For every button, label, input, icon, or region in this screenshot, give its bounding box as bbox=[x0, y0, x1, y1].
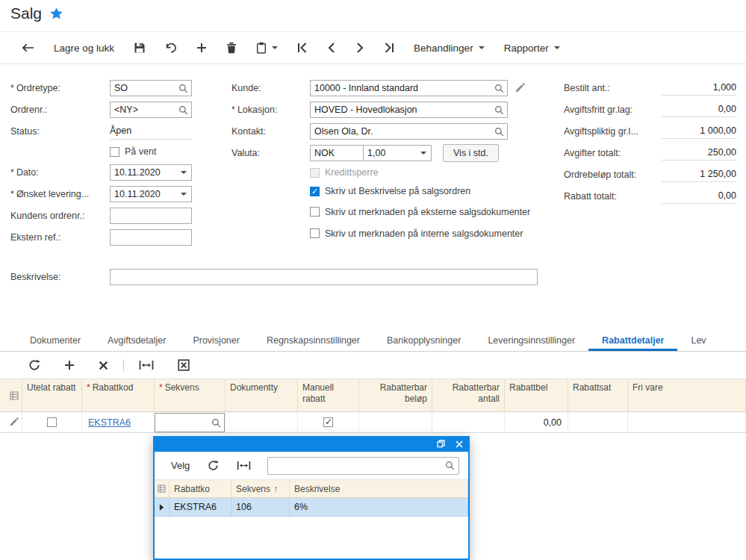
grid-delete-row-button[interactable] bbox=[87, 354, 120, 376]
total-row-avgiftsfritt: Avgiftsfritt gr.lag:0,00 bbox=[564, 99, 736, 120]
pa-vent-checkbox[interactable] bbox=[110, 147, 119, 157]
search-magnifier-icon[interactable] bbox=[445, 461, 455, 470]
go-last-button[interactable] bbox=[374, 36, 404, 60]
grid-header: Utelat rabatt *Rabattkod *Sekvens Dokume… bbox=[0, 379, 746, 412]
dialog-row-selector-header[interactable] bbox=[155, 480, 170, 497]
tab-provisjoner[interactable]: Provisjoner bbox=[179, 332, 253, 351]
dato-date-picker[interactable]: 10.11.2020 bbox=[110, 164, 192, 181]
valuta-code-field[interactable]: NOK bbox=[310, 145, 364, 161]
dialog-column-beskrivelse[interactable]: Beskrivelse bbox=[290, 480, 468, 497]
total-label: Avgiftsfritt gr.lag: bbox=[564, 105, 662, 115]
lookup-magnifier-icon[interactable] bbox=[178, 84, 188, 93]
beskrivelse-input[interactable] bbox=[110, 269, 538, 285]
save-and-close-button[interactable]: Lagre og lukk bbox=[44, 36, 124, 60]
column-header-rabatterbart-belop[interactable]: Rabatterbar beløp bbox=[359, 379, 432, 411]
restore-window-icon[interactable] bbox=[437, 440, 445, 448]
clipboard-menu-button[interactable] bbox=[246, 36, 287, 60]
velg-button[interactable]: Velg bbox=[164, 455, 197, 476]
lookup-magnifier-icon[interactable] bbox=[494, 127, 504, 137]
kundens-ordrenr-input[interactable] bbox=[110, 208, 192, 224]
kontakt-input[interactable]: Olsen Ola, Dr. bbox=[310, 123, 508, 140]
tab-regnskapsinnstillinger[interactable]: Regnskapsinnstillinger bbox=[253, 332, 373, 351]
go-next-button[interactable] bbox=[346, 36, 374, 60]
dialog-titlebar[interactable] bbox=[153, 436, 470, 452]
kunde-input[interactable]: 10000 - Innland standard bbox=[310, 80, 508, 96]
ordrenr-input[interactable]: <NY> bbox=[110, 102, 192, 118]
cell-rabattkod[interactable]: EKSTRA6 bbox=[82, 412, 155, 432]
behandlinger-menu-button[interactable]: Behandlinger bbox=[404, 36, 494, 60]
tab-lev-clipped[interactable]: Lev bbox=[677, 332, 719, 351]
utelat-rabatt-checkbox[interactable] bbox=[47, 417, 57, 427]
row-selector-header[interactable] bbox=[6, 379, 22, 411]
sekvens-editor[interactable] bbox=[155, 413, 225, 432]
ekstern-ref-input[interactable] bbox=[110, 229, 192, 246]
tab-rabattdetaljer[interactable]: Rabattdetaljer bbox=[588, 332, 677, 351]
favorite-star-icon[interactable] bbox=[49, 7, 63, 20]
tab-bankopplysninger[interactable]: Bankopplysninger bbox=[373, 332, 474, 351]
go-first-button[interactable] bbox=[287, 36, 317, 60]
sekvens-input[interactable] bbox=[159, 417, 209, 428]
dialog-refresh-button[interactable] bbox=[200, 455, 226, 476]
cell-rabatterbart-belop[interactable] bbox=[359, 412, 432, 432]
save-button[interactable] bbox=[124, 36, 155, 60]
grid-fit-columns-button[interactable] bbox=[127, 354, 166, 376]
valuta-rate-combo[interactable]: 1,00 bbox=[363, 145, 432, 161]
grid-add-row-button[interactable] bbox=[52, 354, 87, 376]
ordretype-input[interactable]: SO bbox=[110, 80, 192, 96]
cell-rabattsats[interactable] bbox=[568, 412, 628, 432]
cell-rabatterbart-antall[interactable] bbox=[432, 412, 505, 432]
lookup-magnifier-icon[interactable] bbox=[178, 105, 188, 115]
tab-leveringsinnstillinger[interactable]: Leveringsinnstillinger bbox=[474, 332, 588, 351]
ordretype-label: *Ordretype: bbox=[10, 83, 110, 93]
print-beskrivelse-checkbox[interactable] bbox=[310, 187, 320, 196]
cell-dokumenttype[interactable] bbox=[226, 412, 298, 432]
rabattkod-link[interactable]: EKSTRA6 bbox=[88, 417, 131, 428]
column-header-rabattsats[interactable]: Rabattsat bbox=[568, 379, 628, 411]
column-header-rabattbelop[interactable]: Rabattbel bbox=[505, 379, 568, 411]
cell-sekvens[interactable] bbox=[155, 412, 226, 432]
column-header-dokumenttype[interactable]: Dokumentty bbox=[226, 379, 298, 411]
grid-row[interactable]: EKSTRA6 0,00 bbox=[0, 412, 746, 433]
undo-button[interactable] bbox=[155, 36, 187, 60]
vis-i-std-button[interactable]: Vis i std. bbox=[443, 144, 499, 162]
dialog-cell-rabattkode: EKSTRA6 bbox=[170, 498, 231, 516]
column-header-manuell-rabatt[interactable]: Manuell rabatt bbox=[298, 379, 359, 411]
lookup-magnifier-icon[interactable] bbox=[494, 105, 504, 115]
close-icon[interactable] bbox=[456, 441, 463, 448]
lokasjon-input[interactable]: HOVED - Hovedlokasjon bbox=[310, 102, 508, 118]
column-header-utelat-rabatt[interactable]: Utelat rabatt bbox=[22, 379, 82, 411]
dialog-search-box[interactable] bbox=[267, 457, 459, 475]
column-header-rabattkod[interactable]: *Rabattkod bbox=[82, 379, 155, 411]
edit-pencil-icon[interactable] bbox=[515, 83, 525, 93]
delete-record-button[interactable] bbox=[217, 36, 246, 60]
cell-manuell-rabatt[interactable] bbox=[298, 412, 359, 432]
dialog-column-sekvens[interactable]: Sekvens↑ bbox=[231, 480, 290, 497]
dialog-fit-columns-button[interactable] bbox=[229, 455, 258, 476]
kredittsperre-label: Kredittsperre bbox=[325, 167, 379, 178]
lookup-magnifier-icon[interactable] bbox=[494, 84, 504, 93]
add-record-button[interactable] bbox=[187, 36, 217, 60]
go-previous-button[interactable] bbox=[317, 36, 346, 60]
dialog-column-rabattkode[interactable]: Rabattko bbox=[170, 480, 231, 497]
column-header-sekvens[interactable]: *Sekvens bbox=[155, 379, 226, 411]
status-value: Åpen bbox=[110, 123, 192, 140]
onsket-levering-date-picker[interactable]: 10.11.2020 bbox=[110, 186, 192, 202]
cell-rabattbelop[interactable]: 0,00 bbox=[505, 412, 568, 432]
column-header-rabatterbart-antall[interactable]: Rabatterbar antall bbox=[432, 379, 505, 411]
dialog-selected-row[interactable]: EKSTRA6 106 6% bbox=[155, 498, 468, 517]
dialog-search-input[interactable] bbox=[273, 461, 442, 471]
total-row-bestilt-ant: Bestilt ant.:1,000 bbox=[564, 77, 736, 99]
cell-utelat-rabatt[interactable] bbox=[22, 412, 82, 432]
manuell-rabatt-checkbox[interactable] bbox=[323, 417, 333, 427]
grid-refresh-button[interactable] bbox=[16, 354, 52, 376]
print-intern-checkbox[interactable] bbox=[310, 228, 320, 238]
print-ekstern-checkbox[interactable] bbox=[310, 207, 320, 217]
tab-dokumenter[interactable]: Dokumenter bbox=[16, 332, 94, 351]
back-button[interactable] bbox=[12, 36, 44, 60]
cell-fri-vare[interactable] bbox=[628, 412, 746, 432]
lookup-magnifier-icon[interactable] bbox=[211, 418, 221, 428]
column-header-fri-vare[interactable]: Fri vare bbox=[628, 379, 746, 411]
rapporter-menu-button[interactable]: Rapporter bbox=[494, 36, 570, 60]
grid-export-excel-button[interactable] bbox=[166, 354, 202, 376]
tab-avgiftsdetaljer[interactable]: Avgiftsdetaljer bbox=[94, 332, 179, 351]
